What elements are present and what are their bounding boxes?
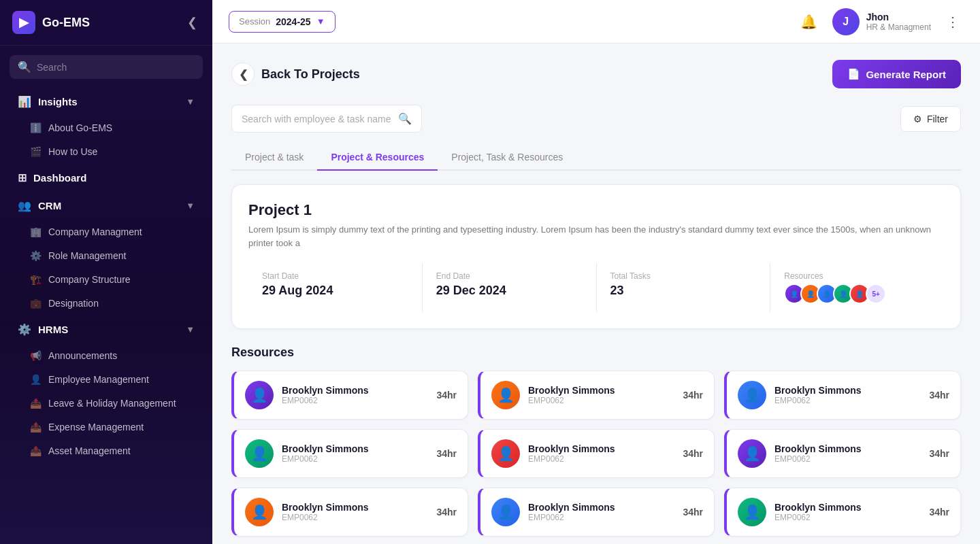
resource-id: EMP0062 [528, 396, 674, 405]
session-dropdown[interactable]: Session 2024-25 ▼ [229, 11, 336, 33]
sidebar-item-announcements[interactable]: 📢 Announcements [5, 344, 207, 367]
resource-name: Brooklyn Simmons [528, 443, 674, 454]
resource-info: Brooklyn Simmons EMP0062 [528, 502, 674, 522]
sidebar-item-role-mgmt[interactable]: ⚙️ Role Management [5, 244, 207, 267]
resource-name: Brooklyn Simmons [282, 443, 428, 454]
search-filter-bar: 🔍 ⚙ Filter [231, 105, 961, 133]
resource-info: Brooklyn Simmons EMP0062 [774, 502, 921, 522]
chevron-down-icon: ▼ [186, 201, 195, 211]
end-date-label: End Date [436, 271, 583, 281]
resource-card: 👤 Brooklyn Simmons EMP0062 34hr [724, 429, 961, 478]
resource-avatar: 👤 [491, 439, 520, 468]
resource-hours: 34hr [929, 448, 949, 459]
sidebar-search-box[interactable]: 🔍 [10, 55, 203, 79]
resource-hours: 34hr [436, 507, 457, 517]
resources-more-count: 5+ [866, 284, 886, 304]
logo: ▶ Go-EMS [12, 11, 90, 34]
search-input[interactable] [242, 114, 393, 124]
resources-grid: 👤 Brooklyn Simmons EMP0062 34hr 👤 Brookl… [231, 371, 961, 544]
structure-icon: 🏗️ [30, 274, 42, 285]
total-tasks-stat: Total Tasks 23 [597, 263, 771, 312]
resource-card: 👤 Brooklyn Simmons EMP0062 34hr [478, 371, 715, 420]
tabs: Project & task Project & Resources Proje… [231, 145, 961, 171]
resource-name: Brooklyn Simmons [282, 502, 428, 513]
asset-icon: 📤 [30, 445, 42, 456]
sidebar-item-company-structure[interactable]: 🏗️ Company Structure [5, 268, 207, 291]
sidebar-header: ▶ Go-EMS ❮ [0, 0, 212, 46]
end-date-value: 29 Dec 2024 [436, 284, 583, 298]
sidebar-item-designation[interactable]: 💼 Designation [5, 292, 207, 315]
resource-hours: 34hr [683, 390, 703, 401]
sidebar-item-crm[interactable]: 👥 CRM ▼ [5, 192, 207, 219]
tab-project-resources[interactable]: Project & Resources [317, 145, 438, 171]
role-icon: ⚙️ [30, 250, 42, 261]
notification-button[interactable]: 🔔 [796, 10, 821, 34]
insights-icon: 📊 [18, 95, 31, 108]
sidebar-item-dashboard[interactable]: ⊞ Dashboard [5, 165, 207, 191]
resource-id: EMP0062 [774, 454, 921, 464]
resources-section: Resources 👤 Brooklyn Simmons EMP0062 34h… [231, 345, 961, 544]
play-icon: 🎬 [30, 146, 42, 157]
resource-card: 👤 Brooklyn Simmons EMP0062 34hr [231, 429, 468, 478]
generate-report-button[interactable]: 📄 Generate Report [832, 60, 961, 88]
user-role: HR & Managment [866, 22, 931, 32]
topbar: Session 2024-25 ▼ 🔔 J Jhon HR & Managmen… [212, 0, 980, 44]
resource-info: Brooklyn Simmons EMP0062 [774, 385, 921, 405]
sidebar-item-company-mgmt[interactable]: 🏢 Company Managment [5, 220, 207, 243]
sidebar-item-leave-holiday[interactable]: 📤 Leave & Holiday Management [5, 392, 207, 415]
back-to-projects-button[interactable]: ❮ Back To Projects [231, 63, 360, 86]
resource-name: Brooklyn Simmons [774, 502, 921, 513]
resource-hours: 34hr [436, 390, 457, 401]
session-value: 2024-25 [276, 16, 310, 27]
sidebar-item-how-to-use[interactable]: 🎬 How to Use [5, 140, 207, 163]
back-arrow-icon: ❮ [231, 63, 255, 86]
tab-project-task-resources[interactable]: Project, Task & Resources [438, 145, 576, 171]
resource-card: 👤 Brooklyn Simmons EMP0062 34hr [478, 488, 715, 537]
expense-icon: 📤 [30, 422, 42, 432]
resource-name: Brooklyn Simmons [282, 385, 428, 396]
sidebar-search-input[interactable] [37, 62, 195, 73]
user-info: J Jhon HR & Managment [832, 8, 931, 35]
chevron-down-icon: ▼ [316, 16, 325, 27]
resource-id: EMP0062 [774, 396, 921, 405]
resource-card: 👤 Brooklyn Simmons EMP0062 34hr [231, 371, 468, 420]
search-icon: 🔍 [18, 61, 31, 73]
chevron-down-icon: ▼ [186, 97, 195, 107]
announcements-icon: 📢 [30, 350, 42, 361]
sidebar-item-asset-mgmt[interactable]: 📤 Asset Management [5, 439, 207, 462]
resource-hours: 34hr [683, 507, 703, 517]
resource-avatar: 👤 [491, 381, 520, 409]
resource-hours: 34hr [929, 507, 949, 517]
resource-info: Brooklyn Simmons EMP0062 [282, 443, 428, 464]
resource-avatar: 👤 [738, 498, 766, 526]
resource-card: 👤 Brooklyn Simmons EMP0062 34hr [231, 488, 468, 537]
sidebar-item-employee-mgmt[interactable]: 👤 Employee Management [5, 368, 207, 391]
end-date-stat: End Date 29 Dec 2024 [423, 263, 597, 312]
total-tasks-label: Total Tasks [610, 271, 757, 281]
main-panel: Session 2024-25 ▼ 🔔 J Jhon HR & Managmen… [212, 0, 980, 544]
leave-icon: 📤 [30, 398, 42, 409]
user-name: Jhon [866, 12, 931, 22]
sidebar-collapse-button[interactable]: ❮ [184, 12, 200, 33]
resource-avatar: 👤 [245, 439, 274, 468]
search-box[interactable]: 🔍 [231, 105, 422, 133]
sidebar: ▶ Go-EMS ❮ 🔍 📊 Insights ▼ ℹ️ About Go-EM… [0, 0, 212, 544]
more-options-button[interactable]: ⋮ [942, 10, 964, 34]
session-label: Session [239, 16, 270, 27]
sidebar-item-insights[interactable]: 📊 Insights ▼ [5, 88, 207, 115]
topbar-right: 🔔 J Jhon HR & Managment ⋮ [796, 8, 964, 35]
resource-name: Brooklyn Simmons [528, 502, 674, 513]
search-icon: 🔍 [398, 112, 412, 125]
tab-project-task[interactable]: Project & task [231, 145, 317, 171]
filter-button[interactable]: ⚙ Filter [900, 106, 961, 132]
company-icon: 🏢 [30, 226, 42, 237]
resources-stat: Resources 👤 👤 👤 👤 👤 5+ [770, 263, 944, 312]
sidebar-item-hrms[interactable]: ⚙️ HRMS ▼ [5, 316, 207, 343]
resource-avatar: 👤 [491, 498, 520, 526]
filter-icon: ⚙ [913, 114, 922, 124]
resource-avatar: 👤 [245, 498, 274, 526]
sidebar-item-about-goems[interactable]: ℹ️ About Go-EMS [5, 116, 207, 139]
resource-avatar: 👤 [738, 381, 766, 409]
page-header: ❮ Back To Projects 📄 Generate Report [231, 60, 961, 88]
sidebar-item-expense-mgmt[interactable]: 📤 Expense Management [5, 415, 207, 439]
